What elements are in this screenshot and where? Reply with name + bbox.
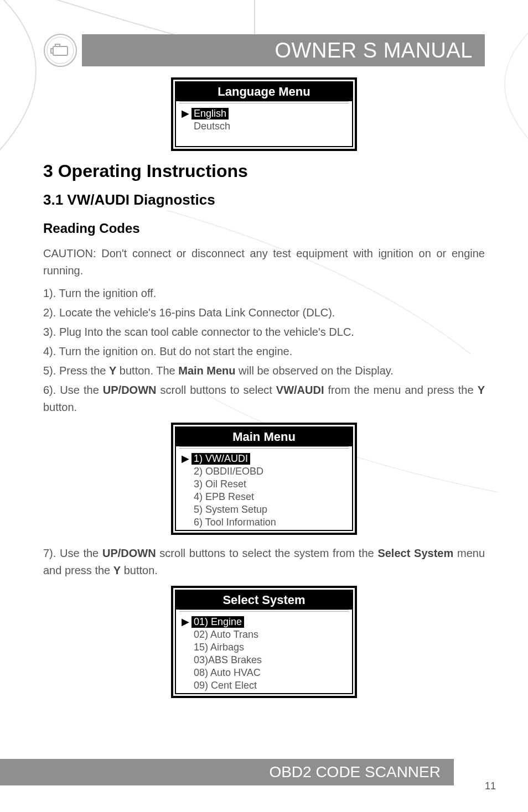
footer-label: OBD2 CODE SCANNER	[269, 763, 441, 781]
pointer-icon: ▶	[182, 616, 191, 628]
section-heading: 3 Operating Instructions	[43, 161, 485, 181]
footer-bar: OBD2 CODE SCANNER	[0, 759, 454, 785]
language-option-english[interactable]: ▶ English	[182, 107, 346, 120]
select-system-screen: Select System ▶01) Engine 02) Auto Trans…	[171, 586, 357, 698]
step-1: 1). Turn the ignition off.	[43, 285, 485, 302]
system-item-centelect[interactable]: 09) Cent Elect	[182, 679, 346, 692]
main-menu-item-epbreset[interactable]: 4) EPB Reset	[182, 491, 346, 503]
main-menu-screen: Main Menu ▶1) VW/AUDI 2) OBDII/EOBD 3) O…	[171, 423, 357, 535]
pointer-icon: ▶	[182, 107, 191, 119]
page-title: OWNER S MANUAL	[275, 39, 473, 63]
select-system-title: Select System	[176, 591, 352, 610]
main-menu-item-oilreset[interactable]: 3) Oil Reset	[182, 478, 346, 491]
subsection-heading: 3.1 VW/AUDI Diagnostics	[43, 191, 485, 209]
step-5: 5). Press the Y button. The Main Menu wi…	[43, 362, 485, 379]
main-menu-item-setup[interactable]: 5) System Setup	[182, 503, 346, 516]
caution-text: CAUTION: Don't connect or disconnect any…	[43, 245, 485, 279]
step-4: 4). Turn the ignition on. But do not sta…	[43, 343, 485, 360]
main-menu-title: Main Menu	[176, 428, 352, 446]
main-menu-item-obdii[interactable]: 2) OBDII/EOBD	[182, 465, 346, 478]
system-item-engine[interactable]: ▶01) Engine	[182, 615, 346, 628]
step-2: 2). Locate the vehicle's 16-pins Data Li…	[43, 304, 485, 321]
language-option-deutsch[interactable]: Deutsch	[182, 120, 346, 133]
svg-point-0	[44, 34, 76, 66]
main-menu-item-toolinfo[interactable]: 6) Tool Information	[182, 516, 346, 529]
main-menu-item-vwaudi[interactable]: ▶1) VW/AUDI	[182, 452, 346, 465]
pointer-icon: ▶	[182, 452, 191, 465]
header-title-strip: OWNER S MANUAL	[82, 34, 485, 66]
system-item-hvac[interactable]: 08) Auto HVAC	[182, 667, 346, 679]
step-3: 3). Plug Into the scan tool cable connec…	[43, 324, 485, 341]
system-item-airbags[interactable]: 15) Airbags	[182, 641, 346, 654]
topic-heading: Reading Codes	[43, 221, 485, 236]
system-item-abs[interactable]: 03)ABS Brakes	[182, 654, 346, 667]
header-bar: OWNER S MANUAL	[43, 33, 485, 67]
page-number: 11	[485, 780, 496, 792]
step-7: 7). Use the UP/DOWN scroll buttons to se…	[43, 545, 485, 579]
language-menu-title: Language Menu	[176, 82, 352, 101]
language-menu-screen: Language Menu ▶ English Deutsch	[171, 77, 357, 151]
step-6: 6). Use the UP/DOWN scroll buttons to se…	[43, 382, 485, 416]
engine-icon	[43, 33, 77, 67]
system-item-autotrans[interactable]: 02) Auto Trans	[182, 628, 346, 641]
